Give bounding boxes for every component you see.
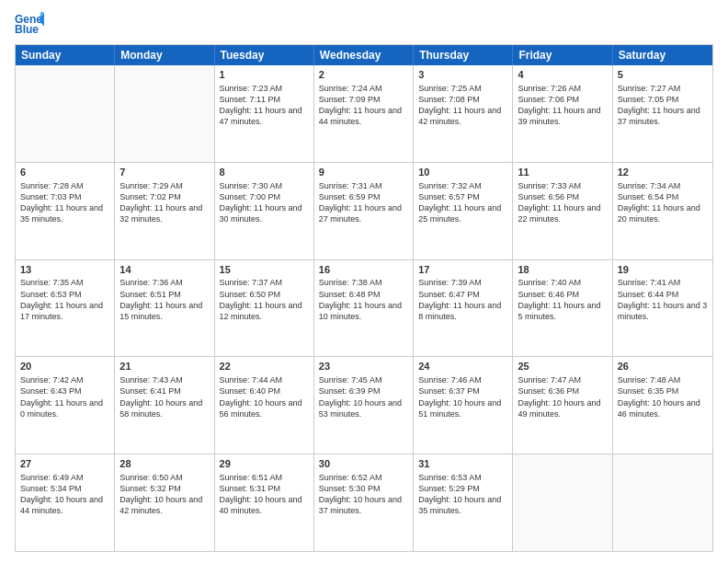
- calendar-cell: 18Sunrise: 7:40 AMSunset: 6:46 PMDayligh…: [513, 260, 612, 357]
- day-number: 12: [618, 166, 708, 179]
- calendar-cell: [513, 454, 612, 551]
- logo: General Blue: [15, 11, 44, 37]
- day-number: 14: [119, 263, 209, 277]
- calendar-cell: 3Sunrise: 7:25 AMSunset: 7:08 PMDaylight…: [414, 65, 513, 162]
- calendar-cell: 19Sunrise: 7:41 AMSunset: 6:44 PMDayligh…: [613, 260, 712, 357]
- calendar-header-row: SundayMondayTuesdayWednesdayThursdayFrid…: [16, 45, 712, 65]
- calendar-cell: 21Sunrise: 7:43 AMSunset: 6:41 PMDayligh…: [115, 357, 214, 454]
- calendar-cell: 20Sunrise: 7:42 AMSunset: 6:43 PMDayligh…: [16, 357, 115, 454]
- day-number: 4: [518, 68, 607, 82]
- day-header-friday: Friday: [513, 45, 612, 65]
- day-number: 30: [319, 457, 408, 471]
- calendar-cell: 4Sunrise: 7:26 AMSunset: 7:06 PMDaylight…: [513, 65, 612, 162]
- calendar-week-5: 27Sunrise: 6:49 AMSunset: 5:34 PMDayligh…: [16, 454, 712, 551]
- day-info: Sunrise: 6:53 AMSunset: 5:29 PMDaylight:…: [418, 472, 507, 517]
- day-number: 24: [418, 360, 507, 373]
- day-info: Sunrise: 7:42 AMSunset: 6:43 PMDaylight:…: [20, 374, 109, 419]
- day-info: Sunrise: 7:47 AMSunset: 6:36 PMDaylight:…: [518, 374, 607, 419]
- header: General Blue: [15, 11, 713, 37]
- day-header-sunday: Sunday: [16, 45, 115, 65]
- day-info: Sunrise: 7:37 AMSunset: 6:50 PMDaylight:…: [220, 277, 309, 322]
- day-header-saturday: Saturday: [613, 45, 712, 65]
- day-info: Sunrise: 7:32 AMSunset: 6:57 PMDaylight:…: [418, 180, 507, 225]
- calendar-cell: 22Sunrise: 7:44 AMSunset: 6:40 PMDayligh…: [215, 357, 314, 454]
- calendar-week-3: 13Sunrise: 7:35 AMSunset: 6:53 PMDayligh…: [16, 259, 712, 357]
- calendar-cell: 2Sunrise: 7:24 AMSunset: 7:09 PMDaylight…: [314, 65, 414, 162]
- day-info: Sunrise: 7:40 AMSunset: 6:46 PMDaylight:…: [518, 277, 607, 322]
- day-header-thursday: Thursday: [414, 45, 513, 65]
- day-info: Sunrise: 7:25 AMSunset: 7:08 PMDaylight:…: [418, 83, 507, 128]
- day-info: Sunrise: 7:31 AMSunset: 6:59 PMDaylight:…: [319, 180, 408, 225]
- calendar-cell: 17Sunrise: 7:39 AMSunset: 6:47 PMDayligh…: [414, 260, 513, 357]
- day-number: 22: [220, 360, 309, 373]
- day-number: 5: [618, 68, 708, 82]
- calendar-cell: 5Sunrise: 7:27 AMSunset: 7:05 PMDaylight…: [613, 65, 712, 162]
- calendar-cell: 16Sunrise: 7:38 AMSunset: 6:48 PMDayligh…: [314, 260, 414, 357]
- calendar-cell: [16, 65, 115, 162]
- day-number: 13: [20, 263, 109, 277]
- day-info: Sunrise: 7:35 AMSunset: 6:53 PMDaylight:…: [20, 277, 109, 322]
- calendar-week-1: 1Sunrise: 7:23 AMSunset: 7:11 PMDaylight…: [16, 65, 712, 162]
- day-info: Sunrise: 7:26 AMSunset: 7:06 PMDaylight:…: [518, 83, 607, 128]
- day-number: 20: [20, 360, 109, 373]
- day-number: 18: [518, 263, 607, 277]
- calendar-cell: 1Sunrise: 7:23 AMSunset: 7:11 PMDaylight…: [215, 65, 314, 162]
- day-number: 28: [119, 457, 209, 471]
- day-info: Sunrise: 7:38 AMSunset: 6:48 PMDaylight:…: [319, 277, 408, 322]
- calendar-cell: 14Sunrise: 7:36 AMSunset: 6:51 PMDayligh…: [115, 260, 214, 357]
- calendar-cell: 23Sunrise: 7:45 AMSunset: 6:39 PMDayligh…: [314, 357, 414, 454]
- calendar-cell: 25Sunrise: 7:47 AMSunset: 6:36 PMDayligh…: [513, 357, 612, 454]
- day-number: 7: [119, 166, 209, 179]
- day-info: Sunrise: 7:27 AMSunset: 7:05 PMDaylight:…: [618, 83, 708, 128]
- calendar: SundayMondayTuesdayWednesdayThursdayFrid…: [15, 44, 713, 552]
- day-number: 17: [418, 263, 507, 277]
- svg-text:Blue: Blue: [15, 23, 39, 36]
- calendar-cell: [115, 65, 214, 162]
- day-info: Sunrise: 7:28 AMSunset: 7:03 PMDaylight:…: [20, 180, 109, 225]
- calendar-cell: 15Sunrise: 7:37 AMSunset: 6:50 PMDayligh…: [215, 260, 314, 357]
- day-info: Sunrise: 6:49 AMSunset: 5:34 PMDaylight:…: [20, 472, 109, 517]
- day-number: 25: [518, 360, 607, 373]
- day-info: Sunrise: 6:50 AMSunset: 5:32 PMDaylight:…: [119, 472, 209, 517]
- calendar-cell: 8Sunrise: 7:30 AMSunset: 7:00 PMDaylight…: [215, 163, 314, 259]
- calendar-cell: [613, 454, 712, 551]
- day-number: 27: [20, 457, 109, 471]
- calendar-cell: 10Sunrise: 7:32 AMSunset: 6:57 PMDayligh…: [414, 163, 513, 259]
- day-info: Sunrise: 7:24 AMSunset: 7:09 PMDaylight:…: [319, 83, 408, 128]
- day-number: 10: [418, 166, 507, 179]
- day-info: Sunrise: 7:34 AMSunset: 6:54 PMDaylight:…: [618, 180, 708, 225]
- day-info: Sunrise: 7:44 AMSunset: 6:40 PMDaylight:…: [220, 374, 309, 419]
- calendar-cell: 12Sunrise: 7:34 AMSunset: 6:54 PMDayligh…: [613, 163, 712, 259]
- day-header-wednesday: Wednesday: [314, 45, 414, 65]
- day-info: Sunrise: 7:23 AMSunset: 7:11 PMDaylight:…: [220, 83, 309, 128]
- calendar-cell: 31Sunrise: 6:53 AMSunset: 5:29 PMDayligh…: [414, 454, 513, 551]
- calendar-week-4: 20Sunrise: 7:42 AMSunset: 6:43 PMDayligh…: [16, 356, 712, 454]
- calendar-cell: 30Sunrise: 6:52 AMSunset: 5:30 PMDayligh…: [314, 454, 414, 551]
- day-number: 16: [319, 263, 408, 277]
- day-info: Sunrise: 7:33 AMSunset: 6:56 PMDaylight:…: [518, 180, 607, 225]
- day-info: Sunrise: 7:45 AMSunset: 6:39 PMDaylight:…: [319, 374, 408, 419]
- day-info: Sunrise: 6:52 AMSunset: 5:30 PMDaylight:…: [319, 472, 408, 517]
- calendar-cell: 24Sunrise: 7:46 AMSunset: 6:37 PMDayligh…: [414, 357, 513, 454]
- calendar-cell: 6Sunrise: 7:28 AMSunset: 7:03 PMDaylight…: [16, 163, 115, 259]
- day-info: Sunrise: 7:30 AMSunset: 7:00 PMDaylight:…: [220, 180, 309, 225]
- logo-icon: General Blue: [15, 11, 44, 37]
- day-header-monday: Monday: [115, 45, 214, 65]
- calendar-cell: 9Sunrise: 7:31 AMSunset: 6:59 PMDaylight…: [314, 163, 414, 259]
- day-info: Sunrise: 7:29 AMSunset: 7:02 PMDaylight:…: [119, 180, 209, 225]
- day-number: 9: [319, 166, 408, 179]
- day-number: 15: [220, 263, 309, 277]
- day-number: 6: [20, 166, 109, 179]
- day-info: Sunrise: 7:36 AMSunset: 6:51 PMDaylight:…: [119, 277, 209, 322]
- calendar-cell: 29Sunrise: 6:51 AMSunset: 5:31 PMDayligh…: [215, 454, 314, 551]
- day-header-tuesday: Tuesday: [215, 45, 314, 65]
- calendar-cell: 28Sunrise: 6:50 AMSunset: 5:32 PMDayligh…: [115, 454, 214, 551]
- day-number: 26: [618, 360, 708, 373]
- day-number: 3: [418, 68, 507, 82]
- calendar-cell: 27Sunrise: 6:49 AMSunset: 5:34 PMDayligh…: [16, 454, 115, 551]
- day-number: 19: [618, 263, 708, 277]
- day-info: Sunrise: 7:39 AMSunset: 6:47 PMDaylight:…: [418, 277, 507, 322]
- calendar-cell: 7Sunrise: 7:29 AMSunset: 7:02 PMDaylight…: [115, 163, 214, 259]
- day-number: 1: [220, 68, 309, 82]
- day-info: Sunrise: 6:51 AMSunset: 5:31 PMDaylight:…: [220, 472, 309, 517]
